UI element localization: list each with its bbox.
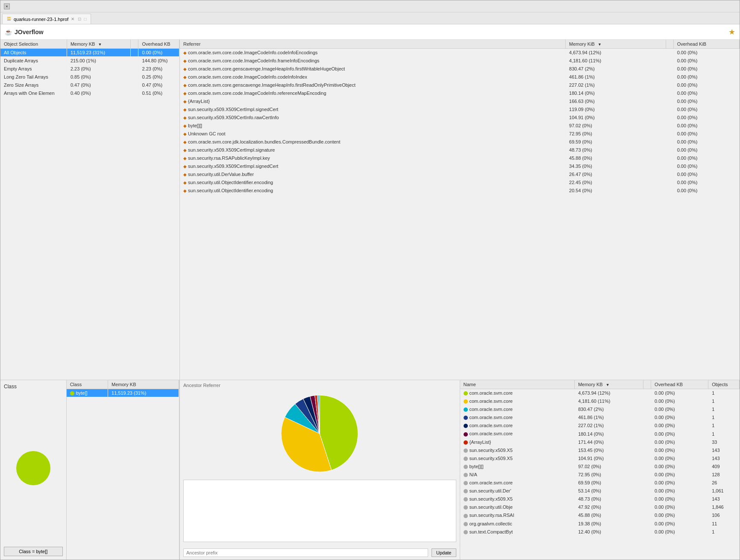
referrer-row[interactable]: ◆ com.oracle.svm.core.code.ImageCodeInfo…	[180, 89, 740, 97]
referrer-row[interactable]: ◆ {ArrayList} 166.63 (0%) 0.00 (0%)	[180, 97, 740, 106]
br-overhead: 0.00 (0%)	[651, 413, 708, 422]
col-br-memory-kb[interactable]: Memory KB ▼	[575, 380, 643, 389]
bottom-right-body: com.oracle.svm.core 4,673.94 (12%) 0.00 …	[460, 389, 740, 536]
referrer-name: ◆ com.oracle.svm.core.code.ImageCodeInfo…	[180, 57, 566, 65]
br-overhead: 0.00 (0%)	[651, 405, 708, 413]
bottom-right-row[interactable]: N/A 72.95 (0%) 0.00 (0%) 128	[460, 470, 740, 478]
referrer-row[interactable]: ◆ com.oracle.svm.core.code.ImageCodeInfo…	[180, 73, 740, 81]
referrer-row[interactable]: ◆ sun.security.x509.X509CertImpl.signedC…	[180, 106, 740, 114]
referrer-row[interactable]: ◆ sun.security.x509.X509CertImpl.signedC…	[180, 162, 740, 170]
br-spacer	[643, 438, 651, 446]
bottom-right-row[interactable]: sun.security.x509.X5 48.73 (0%) 0.00 (0%…	[460, 495, 740, 503]
bottom-right-row[interactable]: com.oracle.svm.core 4,673.94 (12%) 0.00 …	[460, 389, 740, 397]
bottom-right-row[interactable]: sun.security.x509.X5 153.45 (0%) 0.00 (0…	[460, 446, 740, 454]
bottom-right-row[interactable]: com.oracle.svm.core 4,181.60 (11%) 0.00 …	[460, 397, 740, 405]
object-selection-row[interactable]: Zero Size Arrays 0.47 (0%) 0.47 (0%)	[0, 81, 179, 89]
referrer-icon: ◆	[183, 188, 187, 193]
object-selection-row[interactable]: Empty Arrays 2.23 (0%) 2.23 (0%)	[0, 65, 179, 73]
class-section-label: Class	[4, 384, 63, 390]
col-overhead-kib: Overhead KiB	[673, 40, 739, 49]
referrer-row[interactable]: ◆ sun.security.util.DerValue.buffer 26.4…	[180, 170, 740, 179]
bottom-right-row[interactable]: {ArrayList} 171.44 (0%) 0.00 (0%) 33	[460, 438, 740, 446]
br-name: org.graalvm.collectic	[460, 519, 575, 528]
main-window: × ☰ quarkus-runner-23-1.hprof ✕ ⊡ □ ☕ JO…	[0, 0, 740, 560]
main-tab[interactable]: ☰ quarkus-runner-23-1.hprof ✕ ⊡ □	[2, 14, 91, 24]
row-object-name: Empty Arrays	[0, 65, 67, 73]
br-name: sun.security.x509.X5	[460, 446, 575, 454]
tab-label: quarkus-runner-23-1.hprof	[14, 17, 68, 22]
bottom-right-row[interactable]: sun.security.x509.X5 104.91 (0%) 0.00 (0…	[460, 454, 740, 462]
br-memory: 153.45 (0%)	[575, 446, 643, 454]
referrer-name: ◆ com.oracle.svm.core.genscavenge.ImageH…	[180, 65, 566, 73]
object-selection-header: Object Selection Memory KB ▼ Overhead KB	[0, 40, 179, 49]
col-memory-kb[interactable]: Memory KB ▼	[67, 40, 131, 49]
referrer-row[interactable]: ◆ com.oracle.svm.core.code.ImageCodeInfo…	[180, 57, 740, 65]
bottom-right-row[interactable]: com.oracle.svm.core 180.14 (0%) 0.00 (0%…	[460, 430, 740, 438]
br-memory: 69.59 (0%)	[575, 479, 643, 487]
referrer-row[interactable]: ◆ byte[][] 97.02 (0%) 0.00 (0%)	[180, 122, 740, 130]
referrer-memory: 48.73 (0%)	[566, 146, 666, 154]
bottom-left-panel: Class Class = byte[] Class M	[0, 380, 179, 560]
br-memory: 227.02 (1%)	[575, 422, 643, 430]
referrer-row[interactable]: ◆ com.oracle.svm.core.code.ImageCodeInfo…	[180, 49, 740, 57]
br-color-dot	[464, 424, 468, 428]
bottom-right-row[interactable]: com.oracle.svm.core 69.59 (0%) 0.00 (0%)…	[460, 479, 740, 487]
class-table-row[interactable]: byte[] 11,519.23 (31%)	[67, 389, 179, 397]
object-selection-row[interactable]: Long Zero Tail Arrays 0.85 (0%) 0.25 (0%…	[0, 73, 179, 81]
bottom-right-row[interactable]: com.oracle.svm.core 227.02 (1%) 0.00 (0%…	[460, 422, 740, 430]
br-overhead: 0.00 (0%)	[651, 470, 708, 478]
br-overhead: 0.00 (0%)	[651, 430, 708, 438]
referrer-memory: 72.95 (0%)	[566, 130, 666, 138]
referrer-name: ◆ sun.security.util.ObjectIdentifier.enc…	[180, 179, 566, 187]
br-name: com.oracle.svm.core	[460, 479, 575, 487]
col-memory-kib[interactable]: Memory KiB ▼	[566, 40, 666, 49]
referrer-row[interactable]: ◆ Unknown GC root 72.95 (0%) 0.00 (0%)	[180, 130, 740, 138]
row-overhead: 0.00 (0%)	[138, 49, 179, 57]
referrer-table: Referrer Memory KiB ▼ Overhead KiB ◆ com…	[180, 40, 740, 195]
br-name: sun.security.x509.X5	[460, 454, 575, 462]
row-memory: 215.00 (1%)	[67, 57, 131, 65]
bottom-right-row[interactable]: sun.security.rsa.RSAI 45.88 (0%) 0.00 (0…	[460, 511, 740, 519]
object-selection-row[interactable]: All Objects 11,519.23 (31%) 0.00 (0%)	[0, 49, 179, 57]
object-selection-row[interactable]: Arrays with One Elemen 0.40 (0%) 0.51 (0…	[0, 89, 179, 97]
referrer-memory: 34.35 (0%)	[566, 162, 666, 170]
col-br-spacer	[643, 380, 651, 389]
br-color-dot	[464, 497, 468, 501]
bottom-right-row[interactable]: sun.security.util.Obje 47.92 (0%) 0.00 (…	[460, 503, 740, 511]
bottom-right-row[interactable]: sun.security.util.Der' 53.14 (0%) 0.00 (…	[460, 487, 740, 495]
bottom-right-row[interactable]: sun.text.CompactByt 12.40 (0%) 0.00 (0%)…	[460, 528, 740, 536]
referrer-row[interactable]: ◆ com.oracle.svm.core.jdk.localization.b…	[180, 138, 740, 146]
referrer-memory: 104.91 (0%)	[566, 114, 666, 122]
joverflow-icon: ☕	[5, 29, 12, 35]
close-button[interactable]: ×	[4, 3, 10, 9]
br-overhead: 0.00 (0%)	[651, 462, 708, 470]
referrer-row[interactable]: ◆ sun.security.util.ObjectIdentifier.enc…	[180, 179, 740, 187]
row-overhead: 0.25 (0%)	[138, 73, 179, 81]
tab-max-icon[interactable]: □	[84, 17, 86, 21]
row-overhead: 0.51 (0%)	[138, 89, 179, 97]
bottom-right-row[interactable]: com.oracle.svm.core 461.86 (1%) 0.00 (0%…	[460, 413, 740, 422]
referrer-row[interactable]: ◆ com.oracle.svm.core.genscavenge.ImageH…	[180, 65, 740, 73]
referrer-row[interactable]: ◆ sun.security.rsa.RSAPublicKeyImpl.key …	[180, 154, 740, 162]
referrer-row[interactable]: ◆ sun.security.x509.X509CertImpl.signatu…	[180, 146, 740, 154]
br-name: com.oracle.svm.core	[460, 413, 575, 422]
br-memory: 19.38 (0%)	[575, 519, 643, 528]
referrer-memory: 97.02 (0%)	[566, 122, 666, 130]
bottom-right-row[interactable]: org.graalvm.collectic 19.38 (0%) 0.00 (0…	[460, 519, 740, 528]
referrer-memory: 22.45 (0%)	[566, 179, 666, 187]
referrer-row[interactable]: ◆ sun.security.x509.X509CertInfo.rawCert…	[180, 114, 740, 122]
title-bar: ×	[0, 0, 740, 12]
bottom-right-row[interactable]: byte[][] 97.02 (0%) 0.00 (0%) 409	[460, 462, 740, 470]
referrer-row[interactable]: ◆ com.oracle.svm.core.genscavenge.ImageH…	[180, 81, 740, 89]
class-dot-name: byte[]	[67, 389, 108, 397]
br-memory: 180.14 (0%)	[575, 430, 643, 438]
tab-close-icon[interactable]: ✕	[71, 17, 74, 21]
ancestor-prefix-input[interactable]	[183, 548, 428, 557]
referrer-row[interactable]: ◆ sun.security.util.ObjectIdentifier.enc…	[180, 187, 740, 195]
object-selection-row[interactable]: Duplicate Arrays 215.00 (1%) 144.80 (0%)	[0, 57, 179, 65]
bottom-right-row[interactable]: com.oracle.svm.core 830.47 (2%) 0.00 (0%…	[460, 405, 740, 413]
referrer-overhead: 0.00 (0%)	[673, 81, 739, 89]
ancestor-update-button[interactable]: Update	[432, 548, 456, 557]
referrer-spacer	[666, 170, 673, 179]
class-filter-button[interactable]: Class = byte[]	[4, 547, 63, 556]
